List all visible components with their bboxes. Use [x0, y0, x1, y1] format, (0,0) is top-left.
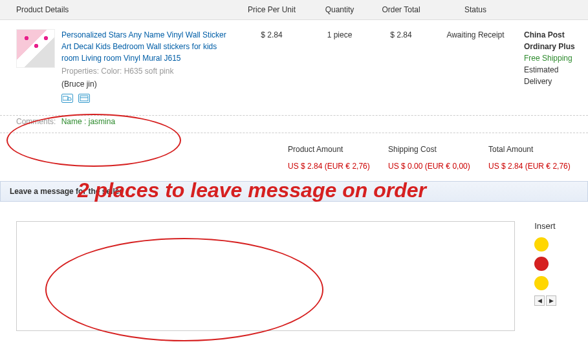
message-section-header: Leave a message for the seller: [0, 181, 588, 202]
summary-header-shipping: Shipping Cost: [385, 145, 485, 154]
quantity-value: 1 piece: [310, 29, 369, 103]
product-row: Personalized Stars Any Name Vinyl Wall S…: [0, 20, 588, 112]
shipping-info: China Post Ordinary Plus Free Shipping E…: [517, 29, 588, 103]
product-thumbnail[interactable]: [16, 29, 55, 68]
product-seller: (Bruce jin): [61, 78, 233, 90]
card-icon[interactable]: [78, 94, 90, 103]
table-header: Product Details Price Per Unit Quantity …: [0, 0, 588, 20]
estimated-delivery: Estimated Delivery: [524, 64, 588, 87]
free-shipping: Free Shipping: [524, 52, 588, 64]
product-details: Personalized Stars Any Name Vinyl Wall S…: [55, 29, 233, 103]
comments-label: Comments:: [16, 117, 56, 126]
summary-header-total: Total Amount: [485, 145, 585, 154]
emoji-next-button[interactable]: ▶: [546, 295, 556, 306]
emoji-smile-icon[interactable]: [534, 237, 549, 252]
emoji-panel-title: Insert: [534, 221, 572, 231]
product-icons: [61, 94, 233, 103]
svg-rect-1: [80, 96, 88, 101]
summary-table: Product Amount Shipping Cost Total Amoun…: [0, 141, 588, 180]
emoji-nav: ◀ ▶: [534, 295, 572, 306]
summary-value-product: US $ 2.84 (EUR € 2,76): [285, 162, 385, 171]
message-textarea[interactable]: [16, 221, 515, 331]
emoji-panel: Insert ◀ ▶: [534, 221, 572, 331]
header-status: Status: [433, 5, 517, 14]
product-info: Personalized Stars Any Name Vinyl Wall S…: [0, 29, 233, 103]
status-value: Awaiting Receipt: [433, 29, 517, 103]
header-quantity: Quantity: [310, 5, 369, 14]
header-total: Order Total: [369, 5, 433, 14]
emoji-laugh-icon[interactable]: [534, 257, 549, 271]
comments-value: Name : jasmina: [61, 117, 115, 126]
summary-header-product: Product Amount: [285, 145, 385, 154]
summary-value-shipping: US $ 0.00 (EUR € 0,00): [385, 162, 485, 171]
comments-row: Comments: Name : jasmina: [0, 115, 588, 133]
header-product: Product Details: [0, 5, 233, 14]
summary-value-row: US $ 2.84 (EUR € 2,76) US $ 0.00 (EUR € …: [0, 158, 588, 180]
summary-header-row: Product Amount Shipping Cost Total Amoun…: [0, 141, 588, 158]
product-properties: Properties: Color: H635 soft pink: [61, 65, 233, 77]
truck-icon[interactable]: [61, 94, 73, 103]
total-value: $ 2.84: [369, 29, 433, 103]
shipping-method: China Post Ordinary Plus: [524, 29, 588, 52]
header-price: Price Per Unit: [233, 5, 310, 14]
price-value: $ 2.84: [233, 29, 310, 103]
emoji-wink-icon[interactable]: [534, 276, 549, 290]
svg-rect-0: [63, 96, 68, 100]
product-link[interactable]: Personalized Stars Any Name Vinyl Wall S…: [61, 29, 233, 64]
message-area-wrap: Insert ◀ ▶: [0, 202, 588, 344]
emoji-prev-button[interactable]: ◀: [534, 295, 545, 306]
summary-value-total: US $ 2.84 (EUR € 2,76): [485, 162, 585, 171]
